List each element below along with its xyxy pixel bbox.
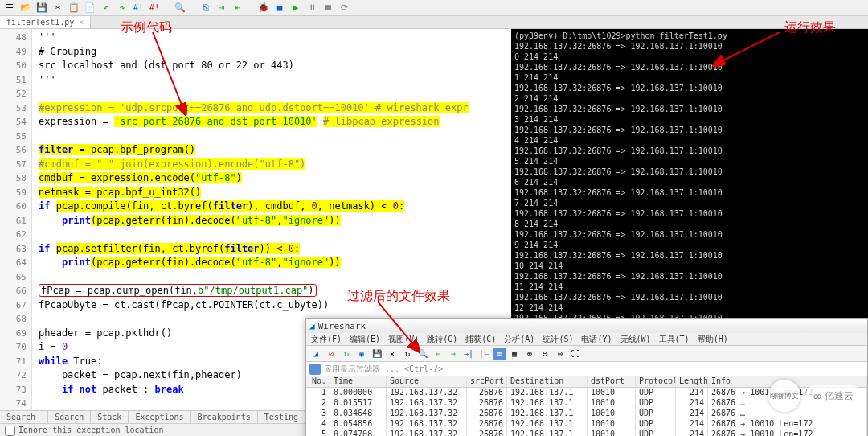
bottom-tab[interactable]: Search — [48, 411, 91, 423]
bottom-panel-tabs[interactable]: Search in FilesSearchStack DataException… — [0, 410, 305, 423]
ws-menu-item[interactable]: 捕获(C) — [465, 334, 496, 345]
ws-zoomout-icon[interactable]: ⊖ — [538, 348, 551, 360]
ws-resize-icon[interactable]: ⛶ — [569, 348, 582, 360]
arrow-filtered — [370, 302, 426, 358]
goto-icon[interactable]: ⎘ — [199, 2, 212, 14]
svg-line-0 — [153, 32, 185, 113]
annotation-result: 运行效果 — [784, 19, 836, 36]
ws-autoscroll-icon[interactable]: ≡ — [493, 348, 506, 360]
ws-zoom100-icon[interactable]: ⊜ — [554, 348, 567, 360]
ws-colorize-icon[interactable]: ▦ — [508, 348, 521, 360]
dedent-icon[interactable]: ⇤ — [231, 2, 244, 14]
run-icon[interactable]: ▶ — [289, 2, 302, 14]
watermark: 聊聊博文 ∞亿速云 — [768, 380, 862, 412]
menu-icon[interactable]: ☰ — [3, 2, 16, 14]
ws-first-icon[interactable]: |← — [477, 348, 490, 360]
find-icon[interactable]: 🔍 — [174, 2, 186, 14]
wireshark-filter[interactable]: 应用显示过滤器 ... <Ctrl-/> — [306, 362, 867, 376]
comment-icon[interactable]: #! — [132, 2, 145, 14]
copy-icon[interactable]: 📋 — [68, 2, 80, 14]
bottom-tab[interactable]: Stack Data — [91, 411, 129, 423]
ws-menu-item[interactable]: 统计(S) — [542, 334, 573, 345]
main-toolbar: ☰ 📂 💾 ✂ 📋 📄 ↶ ↷ #! #! 🔍 ⎘ ⇥ ⇤ 🐞 ■ ▶ ⏸ ⏹ … — [0, 0, 868, 16]
open-icon[interactable]: 📂 — [19, 2, 32, 14]
pause-icon[interactable]: ⏸ — [305, 2, 318, 14]
indent-icon[interactable]: ⇥ — [215, 2, 228, 14]
ws-menu-item[interactable]: 文件(F) — [311, 334, 342, 345]
ws-menu-item[interactable]: 分析(A) — [504, 334, 534, 345]
ws-menu-item[interactable]: 无线(W) — [620, 334, 651, 345]
undo-icon[interactable]: ↶ — [100, 2, 113, 14]
packet-row[interactable]: 50.074708192.168.137.3226876192.168.137.… — [306, 430, 867, 436]
annotation-filtered: 过滤后的文件效果 — [347, 288, 450, 305]
stop2-icon[interactable]: ⏹ — [321, 2, 334, 14]
svg-line-2 — [378, 302, 418, 350]
status-bar: Ignore this exception location — [0, 423, 305, 436]
bottom-tab[interactable]: Breakpoints — [191, 411, 258, 423]
arrow-result — [707, 32, 788, 72]
ws-menu-item[interactable]: 帮助(H) — [698, 334, 728, 345]
ws-stop-icon[interactable]: ⊘ — [325, 348, 338, 360]
watermark-badge: 聊聊博文 — [768, 380, 800, 412]
annotation-example: 示例代码 — [121, 19, 172, 36]
ws-next-icon[interactable]: ⇒ — [447, 348, 460, 360]
stop-icon[interactable]: ■ — [273, 2, 286, 14]
file-tab[interactable]: filterTest1.py × — [0, 16, 91, 28]
ws-capture-icon[interactable]: ◉ — [355, 348, 368, 360]
restart-icon[interactable]: ⟳ — [338, 2, 350, 14]
packet-row[interactable]: 40.054856192.168.137.3226876192.168.137.… — [306, 419, 867, 430]
ws-menu-item[interactable]: 电话(Y) — [581, 334, 612, 345]
bottom-tab[interactable]: Exceptions — [129, 411, 190, 423]
uncomment-icon[interactable]: #! — [148, 2, 161, 14]
bottom-tab[interactable]: Testing — [258, 411, 305, 423]
svg-line-1 — [715, 32, 780, 64]
ignore-exception-checkbox[interactable] — [5, 426, 15, 436]
paste-icon[interactable]: 📄 — [84, 2, 96, 14]
redo-icon[interactable]: ↷ — [116, 2, 129, 14]
ws-menu-item[interactable]: 工具(T) — [659, 334, 690, 345]
close-icon[interactable]: × — [79, 18, 84, 27]
filter-bookmark-icon[interactable] — [309, 364, 321, 375]
bottom-tab[interactable]: Search in Files — [0, 411, 48, 423]
debug-icon[interactable]: 🐞 — [257, 2, 270, 14]
ws-prev-icon[interactable]: ⇐ — [432, 348, 444, 360]
cut-icon[interactable]: ✂ — [51, 2, 64, 14]
ws-goto-icon[interactable]: →| — [462, 348, 475, 360]
ws-menu-item[interactable]: 跳转(G) — [427, 334, 457, 345]
arrow-example — [121, 32, 201, 121]
ws-zoomin-icon[interactable]: ⊕ — [523, 348, 536, 360]
ws-restart-icon[interactable]: ↻ — [340, 348, 353, 360]
save-icon[interactable]: 💾 — [35, 2, 48, 14]
watermark-logo: ∞亿速云 — [805, 385, 862, 407]
ws-open-icon[interactable]: ◢ — [309, 348, 322, 360]
line-gutter: 4849505152535455565758596061626364656667… — [0, 29, 32, 410]
wireshark-icon: ◢ — [309, 321, 315, 331]
